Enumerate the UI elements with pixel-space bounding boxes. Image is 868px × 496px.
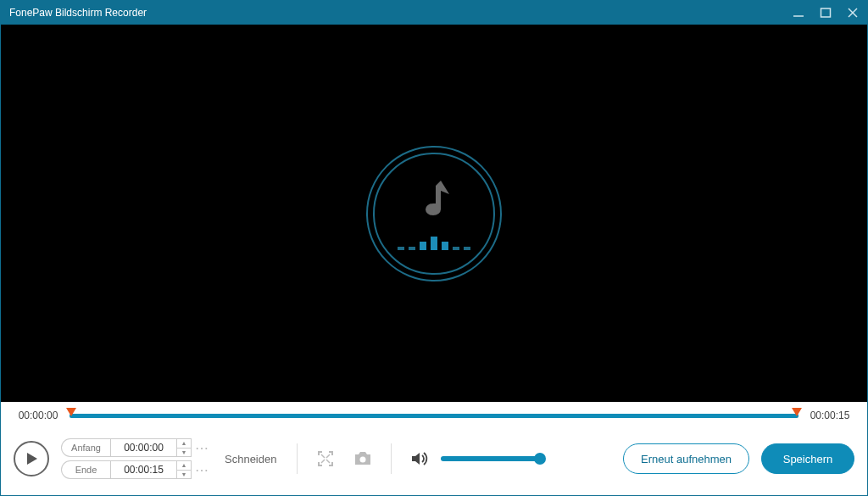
fullscreen-button[interactable] [313, 446, 338, 471]
trim-end-row: Ende 00:00:15 ▲▼ ⋯ [61, 460, 208, 479]
trim-controls: Anfang 00:00:00 ▲▼ ⋯ Ende 00:00:15 ▲▼ ⋯ [61, 438, 208, 479]
bracket-decoration: ⋯ [195, 440, 208, 456]
timeline-start-marker[interactable] [66, 408, 76, 416]
trim-end-stepper[interactable]: ▲▼ [176, 460, 192, 479]
preview-area [1, 25, 867, 402]
save-button[interactable]: Speichern [761, 443, 854, 474]
cut-button[interactable]: Schneiden [220, 453, 281, 465]
trim-start-row: Anfang 00:00:00 ▲▼ ⋯ [61, 438, 208, 457]
music-note-icon [415, 177, 453, 221]
fullscreen-icon [317, 450, 334, 467]
app-window: FonePaw Bildschirm Recorder [0, 0, 868, 496]
divider [297, 443, 298, 474]
svg-point-4 [360, 457, 366, 463]
camera-icon [353, 451, 372, 466]
chevron-up-icon[interactable]: ▲ [177, 461, 191, 471]
minimize-icon[interactable] [793, 7, 804, 19]
bracket-decoration: ⋯ [195, 462, 208, 478]
snapshot-button[interactable] [350, 446, 376, 471]
controls-bar: Anfang 00:00:00 ▲▼ ⋯ Ende 00:00:15 ▲▼ ⋯ … [1, 426, 867, 495]
chevron-down-icon[interactable]: ▼ [177, 449, 191, 457]
svg-rect-1 [821, 8, 831, 17]
equalizer-icon [398, 235, 470, 250]
maximize-icon[interactable] [820, 7, 832, 19]
volume-slider[interactable] [441, 456, 542, 461]
play-icon [24, 451, 39, 466]
speaker-icon [410, 450, 429, 467]
timeline-start-time: 00:00:00 [14, 410, 63, 421]
trim-start-time[interactable]: 00:00:00 [110, 438, 176, 457]
timeline-end-marker[interactable] [792, 408, 802, 416]
volume-control [407, 446, 542, 471]
play-button[interactable] [14, 441, 49, 476]
trim-end-label: Ende [61, 460, 110, 479]
close-icon[interactable] [847, 7, 859, 19]
window-title: FonePaw Bildschirm Recorder [9, 7, 793, 19]
window-controls [793, 7, 859, 19]
timeline-end-time: 00:00:15 [805, 410, 854, 421]
timeline: 00:00:00 00:00:15 [1, 402, 867, 426]
audio-placeholder [366, 146, 502, 281]
volume-button[interactable] [407, 446, 432, 471]
trim-start-label: Anfang [61, 438, 110, 457]
volume-thumb[interactable] [534, 453, 546, 465]
titlebar: FonePaw Bildschirm Recorder [1, 1, 867, 25]
chevron-down-icon[interactable]: ▼ [177, 471, 191, 479]
divider [391, 443, 392, 474]
trim-start-stepper[interactable]: ▲▼ [176, 438, 192, 457]
trim-end-time[interactable]: 00:00:15 [110, 460, 176, 479]
timeline-track[interactable] [70, 409, 798, 422]
chevron-up-icon[interactable]: ▲ [177, 439, 191, 449]
rerecord-button[interactable]: Erneut aufnehmen [623, 443, 749, 474]
